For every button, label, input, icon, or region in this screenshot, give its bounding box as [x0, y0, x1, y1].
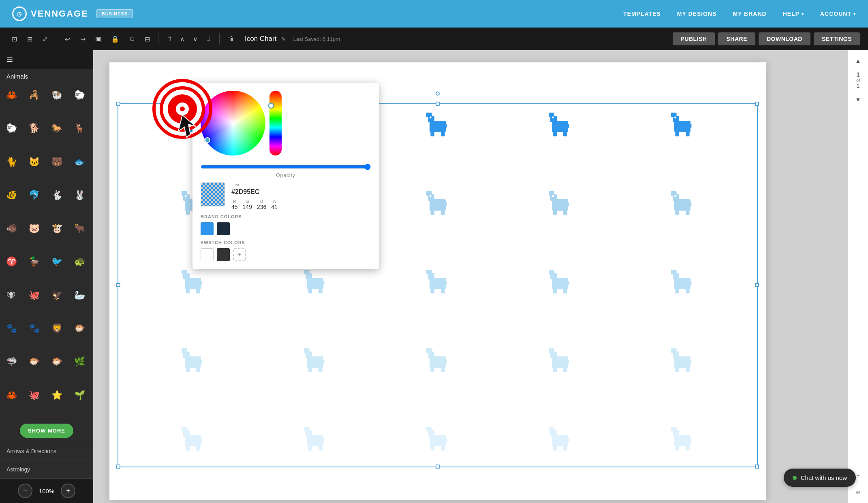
handle-top-left[interactable]: [116, 102, 120, 106]
icon-pufferfish[interactable]: 🐡: [24, 352, 44, 371]
right-settings[interactable]: ⚙: [852, 486, 865, 499]
icon-dog2[interactable]: 🐕: [24, 119, 44, 138]
icon-bird[interactable]: 🐦: [47, 252, 66, 271]
opacity-slider[interactable]: [201, 164, 371, 170]
nav-my-brand[interactable]: MY BRAND: [733, 11, 766, 17]
hex-value[interactable]: #2D95EC: [231, 188, 371, 196]
hamburger-icon[interactable]: ☰: [6, 55, 13, 64]
show-more-button[interactable]: SHOW MORE: [20, 424, 73, 438]
swatch-white[interactable]: [201, 248, 214, 261]
nav-help[interactable]: HELP ▾: [783, 11, 804, 17]
handle-mid-left[interactable]: [116, 283, 120, 287]
toolbar-redo-btn[interactable]: ↪: [77, 33, 89, 45]
toolbar-expand-btn[interactable]: ⤢: [39, 33, 51, 45]
icon-scorpion[interactable]: 🦂: [24, 85, 44, 105]
icon-crab2[interactable]: 🦀: [2, 386, 21, 405]
icon-cow[interactable]: 🐮: [47, 219, 66, 238]
share-button[interactable]: SHARE: [718, 32, 755, 45]
toolbar-delete-btn[interactable]: 🗑: [224, 33, 237, 45]
dog-icon-4-5[interactable]: [623, 322, 742, 397]
zoom-out-button[interactable]: −: [18, 484, 32, 498]
swatch-dark[interactable]: [217, 248, 230, 261]
icon-rabbit[interactable]: 🐇: [47, 185, 66, 205]
dog-icon-5-3[interactable]: [378, 401, 497, 475]
icon-ram[interactable]: 🐏: [47, 85, 66, 105]
chat-button[interactable]: Chat with us now: [784, 469, 856, 487]
dog-icon-4-4[interactable]: [501, 322, 619, 397]
toolbar-crop-btn[interactable]: ⊡: [8, 33, 20, 45]
color-hue-bar[interactable]: [269, 91, 282, 156]
dog-icon-3-3[interactable]: [378, 244, 497, 318]
right-scroll-down[interactable]: ▼: [852, 93, 865, 106]
icon-bird2[interactable]: 🦅: [47, 286, 66, 305]
icon-rabbit2[interactable]: 🐰: [70, 185, 89, 205]
icon-sheep2[interactable]: 🐑: [2, 119, 21, 138]
dog-icon-4-2[interactable]: [256, 322, 374, 397]
icon-sheep[interactable]: 🐑: [70, 85, 89, 105]
icon-bull[interactable]: 🐂: [70, 219, 89, 238]
dog-icon-3-5[interactable]: [623, 244, 742, 318]
zoom-in-button[interactable]: +: [61, 484, 75, 498]
dog-icon-1-5[interactable]: [623, 87, 742, 161]
icon-cat[interactable]: 🐈: [2, 152, 21, 172]
toolbar-layers-btn[interactable]: ⊟: [141, 33, 153, 45]
brand-swatch-dark[interactable]: [217, 222, 230, 235]
icon-turtle[interactable]: 🐢: [70, 252, 89, 271]
sidebar-astrology[interactable]: Astrology: [0, 460, 93, 479]
toolbar-arrow-down2-btn[interactable]: ⇓: [202, 33, 214, 45]
right-scroll-up[interactable]: ▲: [852, 54, 865, 67]
dog-icon-5-5[interactable]: [623, 401, 742, 475]
toolbar-arrow-up-btn[interactable]: ∧: [176, 33, 188, 45]
handle-top-right[interactable]: [755, 102, 759, 106]
handle-bottom-right[interactable]: [755, 465, 759, 469]
dog-icon-4-1[interactable]: [134, 322, 252, 397]
icon-dolphin[interactable]: 🐬: [24, 185, 44, 205]
color-wheel[interactable]: [201, 91, 265, 156]
hue-handle[interactable]: [268, 103, 274, 109]
icon-pig2[interactable]: 🐷: [24, 219, 44, 238]
toolbar-undo-btn[interactable]: ↩: [61, 33, 73, 45]
dog-icon-3-4[interactable]: [501, 244, 619, 318]
icon-cat2[interactable]: 🐱: [24, 152, 44, 172]
icon-paw[interactable]: 🐾: [2, 319, 21, 338]
dog-icon-5-1[interactable]: [134, 401, 252, 475]
toolbar-clone-btn[interactable]: ⧉: [126, 33, 138, 45]
icon-crab[interactable]: 🦀: [2, 85, 21, 105]
toolbar-frame-btn[interactable]: ▣: [92, 33, 105, 45]
color-preview-swatch[interactable]: [201, 182, 225, 207]
canvas-area[interactable]: Opacity Hex #2D95EC R 45 G 149: [93, 50, 868, 503]
nav-my-designs[interactable]: MY DESIGNS: [677, 11, 717, 17]
swatch-add-button[interactable]: +: [233, 248, 246, 261]
icon-horse[interactable]: 🐎: [47, 119, 66, 138]
toolbar-edit-icon[interactable]: ✎: [281, 36, 286, 42]
handle-bottom-left[interactable]: [116, 465, 120, 469]
icon-shark[interactable]: 🦈: [2, 352, 21, 371]
icon-spider[interactable]: 🕷: [2, 286, 21, 305]
dog-icon-2-4[interactable]: [501, 165, 619, 240]
publish-button[interactable]: PUBLISH: [673, 32, 715, 45]
toolbar-arrow-up2-btn[interactable]: ⇑: [163, 33, 175, 45]
icon-fish[interactable]: 🐟: [70, 152, 89, 172]
dog-icon-1-3[interactable]: [378, 87, 497, 161]
business-badge[interactable]: BUSINESS: [96, 9, 133, 18]
download-button[interactable]: DOWNLOAD: [759, 32, 810, 45]
dog-icon-2-5[interactable]: [623, 165, 742, 240]
icon-tentacle[interactable]: 🐙: [24, 286, 44, 305]
dog-icon-5-4[interactable]: [501, 401, 619, 475]
icon-swan[interactable]: 🦢: [70, 286, 89, 305]
icon-jellyfish[interactable]: 🐡: [47, 352, 66, 371]
dog-icon-1-4[interactable]: [501, 87, 619, 161]
icon-paw2[interactable]: 🐾: [24, 319, 44, 338]
dog-icon-5-2[interactable]: [256, 401, 374, 475]
dog-icon-4-3[interactable]: [378, 322, 497, 397]
icon-duck[interactable]: 🦆: [24, 252, 44, 271]
icon-zodiac1[interactable]: ♈: [2, 252, 21, 271]
icon-seaweed[interactable]: 🌱: [70, 386, 89, 405]
icon-bear[interactable]: 🐻: [47, 152, 66, 172]
color-wheel-dot[interactable]: [205, 137, 210, 143]
logo[interactable]: ◷ VENNGAGE: [12, 6, 88, 21]
icon-seahorse[interactable]: 🐡: [70, 319, 89, 338]
toolbar-lock-btn[interactable]: 🔒: [108, 33, 122, 45]
nav-account[interactable]: ACCOUNT ▾: [820, 11, 856, 17]
icon-starfish[interactable]: ⭐: [47, 386, 66, 405]
